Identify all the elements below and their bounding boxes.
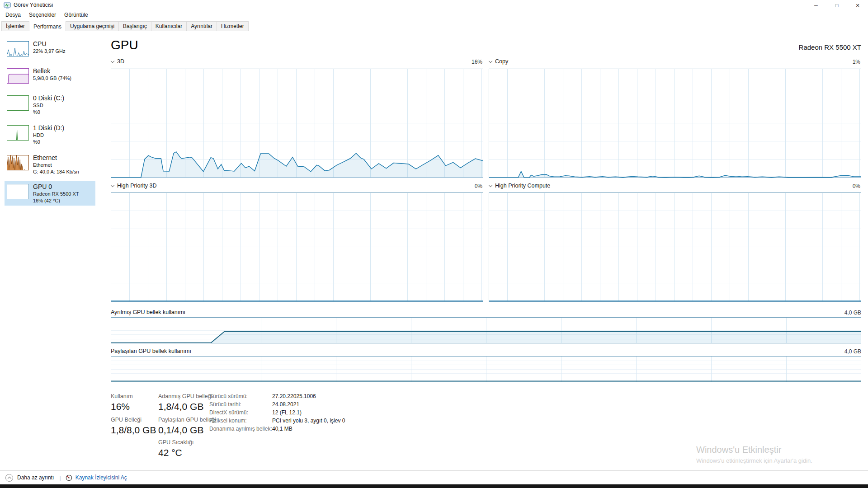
- menubar: Dosya Seçenekler Görüntüle: [0, 11, 868, 20]
- minimize-button[interactable]: ─: [806, 0, 826, 11]
- stat-shared-label: Paylaşılan GPU belleği: [158, 417, 216, 423]
- chevron-down-icon: [489, 59, 492, 63]
- tab-performans[interactable]: Performans: [29, 21, 66, 31]
- stat-usage-value: 16%: [111, 401, 130, 412]
- stat-temp-label: GPU Sıcaklığı: [158, 439, 194, 446]
- chart-3d: [111, 69, 483, 178]
- page-title: GPU: [111, 38, 138, 52]
- chart-copy: [489, 69, 861, 178]
- cpu-title: CPU: [33, 40, 66, 47]
- taskbar-strip: [0, 484, 868, 488]
- chart-dedicated-memory: [111, 317, 861, 343]
- stat-usage-label: Kullanım: [111, 393, 133, 399]
- hardware-reserved-memory-row: Donanıma ayrılmış bellek: 40,1 MB: [209, 426, 417, 434]
- sidebar-item-disk1[interactable]: 1 Diski (D:) HDD %0: [5, 122, 95, 147]
- stat-gpu-memory-value: 1,8/8,0 GB: [111, 425, 156, 436]
- sidebar-item-gpu[interactable]: GPU 0 Radeon RX 5500 XT 16% (42 °C): [5, 181, 95, 206]
- disk1-thumbnail-chart: [7, 125, 29, 141]
- disk0-usage: %0: [33, 110, 64, 115]
- stat-dedicated-value: 1,8/4,0 GB: [158, 401, 203, 412]
- chevron-down-icon: [111, 59, 114, 63]
- performance-sidebar: CPU 22% 3,97 GHz Bellek 5,9/8,0 GB (74%)…: [0, 32, 96, 470]
- chart-high-priority-compute: [489, 192, 861, 302]
- sidebar-item-memory[interactable]: Bellek 5,9/8,0 GB (74%): [5, 65, 95, 86]
- dedicated-memory-max: 4,0 GB: [813, 310, 861, 316]
- maximize-button[interactable]: □: [826, 0, 847, 11]
- resource-monitor-icon: [66, 474, 72, 481]
- sidebar-item-cpu[interactable]: CPU 22% 3,97 GHz: [5, 38, 95, 59]
- less-detail-button[interactable]: Daha az ayrıntı: [5, 474, 54, 482]
- chevron-down-icon: [111, 183, 114, 187]
- chart-shared-memory: [111, 356, 861, 382]
- stat-shared-value: 0,1/4,0 GB: [158, 425, 203, 436]
- titlebar: Görev Yöneticisi ─ □ ✕: [0, 0, 868, 11]
- chart-copy-current: 1%: [812, 59, 860, 67]
- menu-goruntule[interactable]: Görüntüle: [60, 11, 92, 20]
- gpu-device-name: Radeon RX 5500 XT: [799, 43, 861, 51]
- memory-thumbnail-chart: [7, 68, 29, 84]
- chevron-up-circle-icon: [5, 474, 13, 482]
- cpu-thumbnail-chart: [7, 41, 29, 56]
- disk1-usage: %0: [33, 140, 64, 145]
- chart-3d-current: 16%: [434, 59, 482, 67]
- chart-header-3d[interactable]: 3D: [111, 58, 124, 66]
- ethernet-throughput: G: 40,0 A: 184 Kb/sn: [33, 169, 79, 174]
- driver-version-row: Sürücü sürümü: 27.20.22025.1006: [209, 393, 417, 401]
- chevron-down-icon: [489, 183, 492, 187]
- task-manager-icon: [4, 2, 11, 9]
- shared-memory-max: 4,0 GB: [813, 348, 861, 355]
- gpu-title: GPU 0: [33, 183, 79, 190]
- disk0-thumbnail-chart: [7, 95, 29, 111]
- close-button[interactable]: ✕: [847, 0, 868, 11]
- shared-memory-label: Paylaşılan GPU bellek kullanımı: [111, 348, 191, 354]
- tab-baslangic[interactable]: Başlangıç: [118, 21, 151, 31]
- window-title: Görev Yöneticisi: [14, 2, 53, 8]
- stat-gpu-memory-label: GPU Belleği: [111, 417, 142, 423]
- gpu-device: Radeon RX 5500 XT: [33, 192, 79, 197]
- sidebar-item-ethernet[interactable]: Ethernet Ethernet G: 40,0 A: 184 Kb/sn: [5, 152, 95, 177]
- dedicated-memory-label: Ayrılmış GPU bellek kullanımı: [111, 309, 185, 315]
- ethernet-title: Ethernet: [33, 154, 79, 161]
- gpu-thumbnail-chart: [7, 184, 29, 199]
- chart-hp3d-current: 0%: [434, 183, 482, 191]
- menu-dosya[interactable]: Dosya: [1, 11, 25, 20]
- statusbar-divider: |: [59, 474, 61, 481]
- driver-date-row: Sürücü tarihi: 24.08.2021: [209, 401, 417, 409]
- sidebar-item-disk0[interactable]: 0 Diski (C:) SSD %0: [5, 92, 95, 117]
- stat-temp-value: 42 °C: [158, 447, 182, 458]
- ethernet-name: Ethernet: [33, 163, 79, 168]
- memory-title: Bellek: [33, 67, 71, 74]
- chart-high-priority-3d: [111, 192, 483, 302]
- memory-stats: 5,9/8,0 GB (74%): [33, 76, 71, 81]
- chart-header-hp3d[interactable]: High Priority 3D: [111, 183, 157, 191]
- tab-islemler[interactable]: İşlemler: [1, 21, 29, 31]
- stat-dedicated-label: Adanmış GPU belleği: [158, 393, 212, 399]
- tab-ayrintilar[interactable]: Ayrıntılar: [186, 21, 217, 31]
- cpu-stats: 22% 3,97 GHz: [33, 49, 66, 54]
- tab-hizmetler[interactable]: Hizmetler: [217, 21, 249, 31]
- chart-header-hpc[interactable]: High Priority Compute: [489, 183, 550, 191]
- gpu-usage-temp: 16% (42 °C): [33, 198, 79, 203]
- disk1-title: 1 Diski (D:): [33, 124, 64, 131]
- menu-secenekler[interactable]: Seçenekler: [25, 11, 60, 20]
- task-manager-window: Görev Yöneticisi ─ □ ✕ Dosya Seçenekler …: [0, 0, 868, 488]
- tab-uygulama-gecmisi[interactable]: Uygulama geçmişi: [66, 21, 119, 31]
- ethernet-thumbnail-chart: [7, 155, 29, 170]
- disk0-title: 0 Diski (C:): [33, 94, 64, 101]
- directx-version-row: DirectX sürümü: 12 (FL 12.1): [209, 409, 417, 418]
- statusbar: Daha az ayrıntı | Kaynak İzleyicisini Aç: [0, 470, 868, 484]
- chart-hpc-current: 0%: [812, 183, 860, 191]
- physical-location-row: Fiziksel konum: PCI veri yolu 3, aygıt 0…: [209, 418, 417, 426]
- disk0-type: SSD: [33, 103, 64, 108]
- tab-kullanicilar[interactable]: Kullanıcılar: [151, 21, 187, 31]
- activate-windows-watermark: Windows'u Etkinleştir Windows'u etkinleş…: [696, 445, 812, 464]
- open-resource-monitor-link[interactable]: Kaynak İzleyicisini Aç: [66, 474, 127, 481]
- chart-header-copy[interactable]: Copy: [489, 58, 508, 66]
- tabbar: İşlemler Performans Uygulama geçmişi Baş…: [0, 21, 868, 31]
- disk1-type: HDD: [33, 133, 64, 138]
